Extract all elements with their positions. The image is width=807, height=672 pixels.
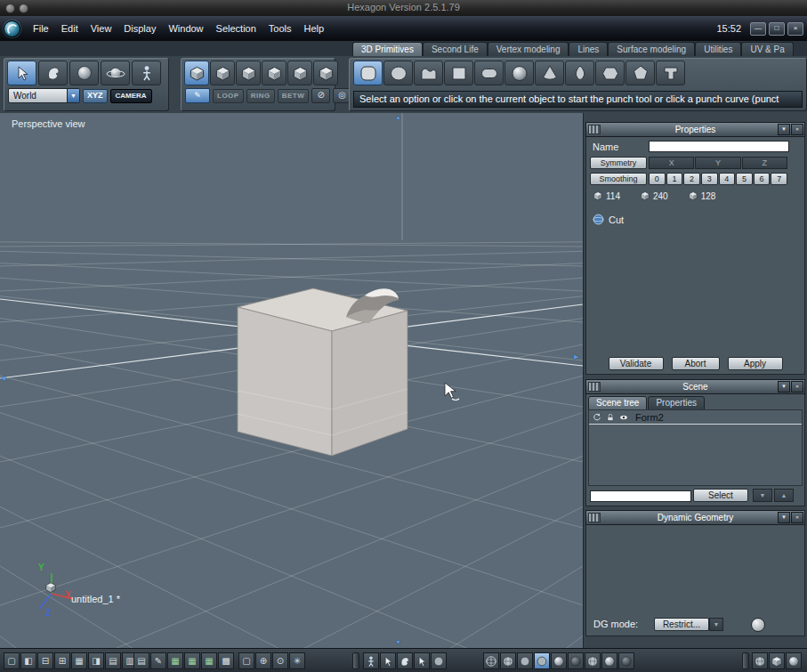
ball-display-icon[interactable] — [786, 652, 802, 669]
lock-icon[interactable] — [605, 412, 616, 423]
symmetry-y-button[interactable]: Y — [695, 157, 740, 169]
scene-close-button[interactable]: × — [791, 381, 803, 393]
universal-manipulator-button[interactable] — [101, 61, 130, 85]
menu-edit[interactable]: Edit — [55, 23, 85, 34]
pose-figure-tool-button[interactable] — [132, 61, 161, 85]
properties-close-button[interactable]: × — [791, 124, 803, 135]
scene-object-name[interactable]: Form2 — [635, 412, 664, 423]
scene-down-button[interactable]: ▼ — [753, 489, 772, 502]
dg-mode-dropdown[interactable]: Restrict... ▼ — [654, 618, 723, 631]
punch-shape-drop-button[interactable] — [565, 61, 594, 85]
dark-shading-icon[interactable] — [568, 652, 584, 669]
scene-collapse-button[interactable]: ▼ — [778, 381, 790, 393]
smoothing-level-0[interactable]: 0 — [649, 173, 666, 185]
view-options-icon[interactable]: ✳ — [289, 652, 305, 669]
dg-panel-header[interactable]: Dynamic Geometry ▼ × — [585, 510, 805, 525]
bottombar-divider[interactable] — [742, 652, 749, 669]
working-space-dropdown[interactable]: World ▼ — [8, 88, 80, 103]
translate-cursor-icon[interactable] — [414, 652, 430, 669]
between-select-button[interactable]: BETW — [278, 89, 310, 103]
active-operation-row[interactable]: Cut — [593, 214, 624, 225]
scene-up-button[interactable]: ▲ — [774, 489, 794, 502]
smoothing-button[interactable]: Smoothing — [590, 173, 647, 185]
walkthrough-icon[interactable] — [363, 652, 379, 669]
object-mode-button[interactable] — [262, 61, 286, 85]
splitter-arrow-bottom[interactable]: ▼ — [395, 639, 401, 645]
face-mode-button[interactable] — [236, 61, 261, 85]
menu-view[interactable]: View — [85, 23, 118, 34]
properties-collapse-button[interactable]: ▼ — [778, 124, 790, 135]
sphere-manipulator-button[interactable] — [69, 61, 99, 85]
menu-window[interactable]: Window — [162, 23, 209, 34]
custom-shading-icon[interactable] — [618, 652, 634, 669]
app-maximize-button[interactable]: □ — [769, 22, 785, 36]
tab-utilities[interactable]: Utilities — [695, 42, 741, 57]
smoothing-level-4[interactable]: 4 — [719, 173, 736, 185]
cube-display-icon[interactable] — [769, 652, 785, 669]
name-input[interactable] — [649, 141, 789, 152]
dg-collapse-button[interactable]: ▼ — [778, 512, 790, 523]
panel-grip-icon[interactable] — [588, 382, 601, 392]
punch-shape-sphere-button[interactable] — [504, 61, 534, 85]
punch-shape-rounded-square-button[interactable] — [353, 61, 383, 85]
boundary-mode-button[interactable] — [313, 61, 338, 85]
splitter-arrow-right[interactable]: ▶ — [574, 353, 578, 360]
wireframe-shading-icon[interactable] — [483, 652, 499, 669]
properties-sheet-icon[interactable]: ▤ — [133, 652, 149, 669]
scene-tree-row[interactable]: Form2 — [589, 410, 802, 425]
layout-rows-view-icon[interactable]: ▤ — [105, 652, 121, 669]
tab-second-life[interactable]: Second Life — [423, 42, 488, 57]
validate-button[interactable]: Validate — [609, 357, 664, 370]
punch-shape-ellipse-button[interactable] — [383, 61, 413, 85]
group-mode-button[interactable] — [287, 61, 312, 85]
select-tool-button[interactable] — [7, 61, 36, 85]
layout-single-view-icon[interactable]: ▢ — [4, 652, 20, 669]
smoothing-level-6[interactable]: 6 — [754, 173, 771, 185]
grid-settings-icon[interactable]: ▩ — [218, 652, 234, 669]
apply-button[interactable]: Apply — [728, 357, 783, 370]
app-minimize-button[interactable]: — — [750, 22, 766, 36]
scene-tree[interactable]: Form2 — [588, 409, 803, 486]
camera-space-button[interactable]: CAMERA — [110, 89, 152, 103]
tab-scene-tree[interactable]: Scene tree — [588, 396, 647, 410]
smoothing-level-7[interactable]: 7 — [771, 173, 787, 185]
tab-vertex-modeling[interactable]: Vertex modeling — [488, 42, 569, 57]
bottombar-divider[interactable] — [352, 652, 359, 669]
tab-uv-paint[interactable]: UV & Pa — [741, 42, 793, 57]
grid-xz-icon[interactable]: ▦ — [201, 652, 217, 669]
tab-lines[interactable]: Lines — [569, 42, 608, 57]
spheres-pair-icon[interactable] — [752, 652, 768, 669]
scene-filter-input[interactable] — [590, 490, 691, 502]
grid-yz-icon[interactable]: ▦ — [184, 652, 200, 669]
punch-shape-tube-button[interactable] — [656, 61, 685, 85]
symmetry-x-button[interactable]: X — [649, 157, 694, 169]
symmetry-button[interactable]: Symmetry — [590, 157, 647, 169]
layout-right-split-icon[interactable]: ◨ — [88, 652, 104, 669]
splitter-arrow-left[interactable]: ◀ — [1, 375, 5, 381]
layout-hsplit-icon[interactable]: ⊟ — [37, 652, 53, 669]
grid-xy-icon[interactable]: ▦ — [167, 652, 183, 669]
center-view-icon[interactable]: ⊕ — [255, 652, 271, 669]
smoothing-level-5[interactable]: 5 — [736, 173, 753, 185]
edge-mode-button[interactable] — [210, 61, 235, 85]
lasso-select-icon[interactable] — [397, 652, 413, 669]
tab-surface-modeling[interactable]: Surface modeling — [608, 42, 695, 57]
punch-shape-wave-button[interactable] — [414, 61, 443, 85]
edit-edge-tool-button[interactable]: ✎ — [185, 88, 210, 103]
visibility-cycle-icon[interactable] — [592, 412, 602, 423]
flat-shading-icon[interactable] — [517, 652, 533, 669]
box-select-icon[interactable] — [431, 652, 447, 669]
xyz-axes-button[interactable]: XYZ — [83, 89, 108, 103]
layout-left-split-icon[interactable]: ◧ — [20, 652, 36, 669]
menu-display[interactable]: Display — [117, 23, 162, 34]
app-close-button[interactable]: × — [787, 22, 803, 36]
layout-grid-view-icon[interactable]: ▦ — [71, 652, 87, 669]
punch-shape-square-button[interactable] — [444, 61, 473, 85]
ring-select-button[interactable]: RING — [246, 89, 275, 103]
smoothing-level-2[interactable]: 2 — [683, 173, 700, 185]
select-arrow-icon[interactable] — [380, 652, 396, 669]
paint-tool-icon[interactable]: ✎ — [150, 652, 166, 669]
vertex-mode-button[interactable] — [184, 61, 209, 85]
textured-shading-icon[interactable] — [500, 652, 516, 669]
select-button[interactable]: Select — [693, 489, 748, 502]
